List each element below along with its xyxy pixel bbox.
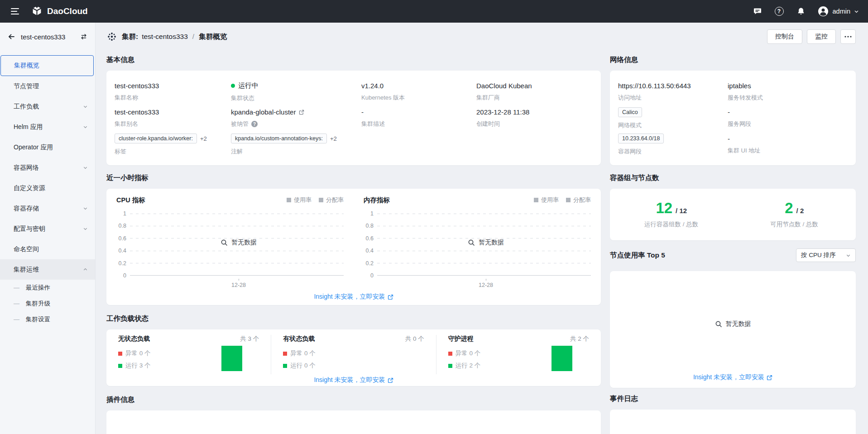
chevron-down-icon (83, 206, 88, 211)
field-access-address: https://10.6.113.50:6443 访问地址 (618, 79, 728, 105)
workloads-card: 无状态负载 共 3 个 异常 0 个 运行 3 个 (106, 329, 601, 386)
chart-legend: 使用率 分配率 (534, 196, 591, 204)
feedback-chat-icon[interactable] (752, 6, 763, 17)
sidebar-item-container-network[interactable]: 容器网络 (0, 157, 95, 178)
label-more-count[interactable]: +2 (200, 135, 207, 142)
dash-icon: — (14, 316, 19, 323)
sidebar-item-cluster-ops[interactable]: 集群运维 (0, 259, 95, 280)
right-column: 网络信息 https://10.6.113.50:6443 访问地址 iptab… (610, 48, 856, 434)
node-usage-card: 暂无数据 Insight 未安装，立即安装 (610, 271, 856, 388)
pod-cidr-chip: 10.233.64.0/18 (618, 134, 664, 143)
external-link-icon[interactable] (299, 110, 304, 115)
field-managed-by: kpanda-global-cluster 被纳管 ? (231, 105, 361, 131)
sidebar-subitem-cluster-settings[interactable]: —集群设置 (0, 311, 95, 327)
legend-abnormal: 异常 0 个 (283, 349, 316, 358)
red-swatch (118, 352, 122, 356)
chevron-down-icon (846, 253, 851, 258)
sidebar-subitem-cluster-upgrade[interactable]: —集群升级 (0, 296, 95, 311)
annotation-more-count[interactable]: +2 (330, 135, 337, 142)
search-icon (468, 239, 475, 246)
deployments-bar-chart (205, 343, 259, 371)
sidebar-subitem-recent-operations[interactable]: —最近操作 (0, 280, 95, 296)
sidebar-item-cluster-overview[interactable]: 集群概览 (0, 55, 94, 76)
legend-usage[interactable]: 使用率 (287, 196, 312, 204)
green-swatch (448, 364, 452, 368)
cpu-x-axis: 12-28 (134, 279, 344, 291)
memory-plot-area: 1 0.8 0.6 0.4 0.2 0 暂无数据 (364, 210, 591, 279)
workload-group-deployments: 无状态负载 共 3 个 异常 0 个 运行 3 个 (106, 335, 271, 374)
running-pods-stat: 12 / 12 运行容器组数 / 总数 (610, 200, 733, 229)
sidebar-menu: 集群概览 节点管理 工作负载 Helm 应用 Operator 应用 容器网络 … (0, 51, 95, 327)
daocloud-logo[interactable]: DaoCloud (31, 5, 88, 18)
left-column: 基本信息 test-centos333 集群名称 运行中 集群状态 v1.24.… (106, 48, 601, 434)
field-pod-cidr: 10.233.64.0/18 容器网段 (618, 132, 728, 158)
question-circle-icon[interactable]: ? (251, 121, 258, 127)
legend-usage[interactable]: 使用率 (534, 196, 559, 204)
breadcrumb-cluster-link[interactable]: test-centos333 (142, 33, 188, 41)
legend-swatch (287, 198, 291, 202)
plugins-empty-state: 暂无数据 (106, 424, 601, 434)
switch-cluster-icon[interactable] (79, 32, 89, 42)
external-link-icon (767, 375, 772, 381)
sidebar-item-namespaces[interactable]: 命名空间 (0, 239, 95, 259)
back-arrow-icon[interactable] (6, 32, 16, 42)
field-network-mode: Calico 网络模式 (618, 105, 728, 131)
help-icon[interactable]: ? (774, 6, 785, 17)
field-labels: cluster-role.kpanda.io/worker:+2 标签 (115, 132, 231, 158)
insight-install-link[interactable]: Insight 未安装，立即安装 (314, 293, 393, 301)
sidebar-cluster-name: test-centos333 (21, 33, 74, 41)
field-cluster-ui-address: - 集群 UI 地址 (728, 132, 847, 158)
search-icon (715, 320, 722, 328)
sidebar-item-config-secrets[interactable]: 配置与密钥 (0, 219, 95, 239)
insight-install-link[interactable]: Insight 未安装，立即安装 (693, 373, 772, 382)
total-nodes-value: / 2 (796, 207, 804, 215)
hamburger-menu-icon[interactable] (9, 6, 21, 16)
basic-info-title: 基本信息 (106, 55, 601, 65)
user-menu[interactable]: admin (817, 5, 859, 17)
running-pods-value: 12 (656, 200, 672, 215)
memory-x-axis: 12-28 (381, 279, 591, 291)
plugins-card: 暂无数据 (106, 410, 601, 434)
insight-install-link[interactable]: Insight 未安装，立即安装 (314, 376, 393, 384)
chevron-down-icon (83, 226, 88, 231)
more-actions-button[interactable] (840, 29, 856, 44)
field-proxy-mode: iptables 服务转发模式 (728, 79, 847, 105)
sidebar-item-node-management[interactable]: 节点管理 (0, 76, 95, 96)
event-log-card (610, 410, 856, 434)
workload-group-daemonsets: 守护进程 共 2 个 异常 0 个 运行 2 个 (436, 335, 601, 374)
monitor-button[interactable]: 监控 (807, 29, 836, 44)
sidebar-item-container-storage[interactable]: 容器存储 (0, 198, 95, 219)
field-cluster-alias: test-centos333 集群别名 (115, 105, 231, 131)
workload-group-statefulsets: 有状态负载 共 0 个 异常 0 个 运行 0 个 (271, 335, 436, 374)
legend-swatch (566, 198, 571, 202)
legend-running: 运行 2 个 (448, 362, 481, 370)
notifications-bell-icon[interactable] (796, 6, 806, 17)
daemonsets-bar-chart (535, 343, 589, 371)
external-link-icon (388, 377, 393, 383)
label-chip: cluster-role.kpanda.io/worker: (115, 134, 197, 143)
sidebar-item-custom-resources[interactable]: 自定义资源 (0, 178, 95, 198)
username: admin (833, 8, 851, 15)
daocloud-logo-icon (31, 5, 43, 18)
sidebar-item-operator-apps[interactable]: Operator 应用 (0, 137, 95, 157)
sidebar-item-helm-apps[interactable]: Helm 应用 (0, 117, 95, 137)
legend-allocation[interactable]: 分配率 (319, 196, 344, 204)
field-created-at: 2023-12-28 11:38 创建时间 (476, 105, 592, 131)
sort-by-cpu-select[interactable]: 按 CPU 排序 (796, 248, 856, 262)
console-button[interactable]: 控制台 (767, 29, 802, 44)
green-swatch (118, 364, 122, 368)
dash-icon: — (14, 300, 19, 307)
field-annotations: kpanda.io/custom-annotation-keys:+2 注解 (231, 132, 361, 158)
chevron-down-icon (83, 104, 88, 109)
top-navbar: DaoCloud ? admin (0, 0, 868, 23)
main-content: 集群: test-centos333 / 集群概览 控制台 监控 基本信息 te… (96, 23, 868, 434)
legend-allocation[interactable]: 分配率 (566, 196, 591, 204)
legend-swatch (319, 198, 323, 202)
ready-nodes-value: 2 (785, 200, 793, 215)
chevron-up-icon (83, 267, 88, 272)
running-bar (551, 346, 572, 371)
sidebar-item-workloads[interactable]: 工作负载 (0, 96, 95, 117)
avatar (817, 5, 829, 17)
breadcrumb-prefix: 集群: (122, 32, 138, 42)
cluster-icon (106, 31, 117, 42)
